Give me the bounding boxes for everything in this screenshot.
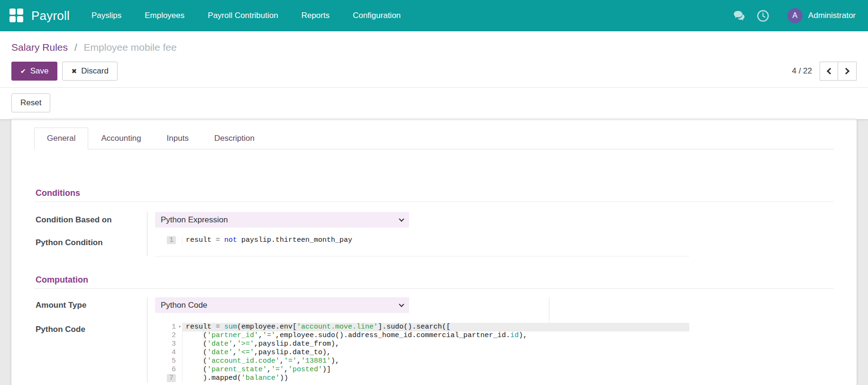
breadcrumb-parent-link[interactable]: Salary Rules (11, 42, 68, 53)
form-view-background: General Accounting Inputs Description Co… (0, 119, 868, 385)
menu-item-reports[interactable]: Reports (302, 8, 330, 23)
pager-count: 4 / 22 (792, 66, 812, 76)
field-row-amount-type: Amount Type Python Code (34, 297, 834, 313)
amount-type-select[interactable]: Python Code (155, 297, 409, 313)
code-text: ('date','<=',payslip.date_to), (183, 348, 689, 357)
python-condition-code-editor[interactable]: 1result = not payslip.thirteen_month_pay (155, 235, 689, 257)
line-number: 3 (155, 340, 183, 348)
section-title-conditions: Conditions (34, 188, 834, 202)
line-number: 1 (155, 236, 183, 245)
top-navbar: Payroll Payslips Employees Payroll Contr… (0, 0, 868, 31)
field-label-condition-based-on: Condition Based on (34, 212, 147, 228)
tab-general[interactable]: General (34, 128, 88, 149)
user-menu[interactable]: A Administrator (787, 8, 856, 23)
discard-button[interactable]: ✖ Discard (62, 62, 117, 81)
reset-button[interactable]: Reset (11, 93, 50, 112)
code-line: 5 ('account_id.code','=','13881'), (155, 357, 689, 366)
code-line: 6 ('parent_state','=','posted')] (155, 366, 689, 374)
save-button[interactable]: ✔ Save (11, 62, 57, 81)
menu-item-payroll-contribution[interactable]: Payroll Contribution (208, 8, 278, 23)
code-text: ('parent_state','=','posted')] (183, 366, 689, 374)
menu-item-configuration[interactable]: Configuration (353, 8, 401, 23)
code-line: 3 ('date','>=',payslip.date_from), (155, 340, 689, 348)
line-number: 7 (155, 374, 183, 383)
breadcrumb-separator: / (74, 42, 77, 53)
code-fold-icon[interactable]: ▾ (178, 323, 181, 331)
menu-item-employees[interactable]: Employees (145, 8, 184, 23)
code-text: ('partner_id','=',employee.sudo().addres… (183, 331, 689, 340)
code-text: ).mapped('balance')) (183, 374, 689, 383)
record-pager: 4 / 22 (792, 62, 857, 81)
code-line: 1▾result = sum(employee.env['account.mov… (155, 323, 689, 331)
x-icon: ✖ (71, 67, 77, 75)
code-text: result = sum(employee.env['account.move.… (183, 323, 689, 331)
section-title-computation: Computation (34, 275, 834, 289)
code-text: ('date','>=',payslip.date_from), (183, 340, 689, 348)
apps-grid-icon[interactable] (9, 9, 24, 23)
activities-clock-icon[interactable] (757, 9, 769, 22)
field-row-python-code: Python Code 1▾result = sum(employee.env[… (34, 321, 834, 383)
condition-based-on-select[interactable]: Python Expression (155, 212, 409, 228)
code-text: result = not payslip.thirteen_month_pay (183, 236, 689, 245)
field-row-condition-based-on: Condition Based on Python Expression (34, 212, 834, 228)
line-number: 5 (155, 357, 183, 366)
line-number: 2 (155, 331, 183, 340)
breadcrumb-current: Employee mobile fee (84, 42, 177, 53)
field-label-python-code: Python Code (34, 321, 147, 383)
avatar: A (787, 8, 803, 23)
tab-description[interactable]: Description (201, 128, 267, 149)
pager-previous-button[interactable] (820, 62, 838, 81)
computation-group: Amount Type Python Code Python Code 1▾re… (34, 297, 834, 383)
field-row-python-condition: Python Condition 1result = not payslip.t… (34, 235, 834, 257)
action-buttons-row: Reset (0, 88, 868, 119)
tab-inputs[interactable]: Inputs (154, 128, 201, 149)
code-line: 7 ).mapped('balance')) (155, 374, 689, 383)
python-code-editor[interactable]: 1▾result = sum(employee.env['account.mov… (155, 321, 689, 383)
app-name[interactable]: Payroll (31, 9, 70, 23)
chevron-left-icon (826, 68, 833, 74)
line-number: 4 (155, 348, 183, 357)
indent-guide (203, 331, 203, 382)
pager-next-button[interactable] (838, 62, 857, 81)
messages-icon[interactable] (733, 9, 746, 22)
line-number: 6 (155, 366, 183, 374)
control-panel-buttons: ✔ Save ✖ Discard 4 / 22 (0, 58, 868, 88)
notebook-tabs: General Accounting Inputs Description (34, 128, 834, 149)
chevron-down-icon (399, 216, 404, 221)
code-text: ('account_id.code','=','13881'), (183, 357, 689, 366)
form-sheet: General Accounting Inputs Description Co… (11, 119, 857, 385)
code-line: 1result = not payslip.thirteen_month_pay (155, 236, 689, 245)
menu-item-payslips[interactable]: Payslips (91, 8, 121, 23)
breadcrumb: Salary Rules / Employee mobile fee (0, 31, 868, 58)
field-label-python-condition: Python Condition (34, 235, 147, 257)
check-icon: ✔ (20, 67, 26, 75)
main-menu: Payslips Employees Payroll Contribution … (91, 8, 401, 23)
tab-accounting[interactable]: Accounting (88, 128, 154, 149)
code-line: 4 ('date','<=',payslip.date_to), (155, 348, 689, 357)
line-number: 1▾ (155, 323, 183, 331)
username: Administrator (808, 11, 856, 20)
code-line: 2 ('partner_id','=',employee.sudo().addr… (155, 331, 689, 340)
field-label-amount-type: Amount Type (34, 297, 147, 313)
chevron-down-icon (399, 302, 404, 307)
chevron-right-icon (843, 68, 850, 74)
conditions-group: Condition Based on Python Expression Pyt… (34, 212, 834, 257)
